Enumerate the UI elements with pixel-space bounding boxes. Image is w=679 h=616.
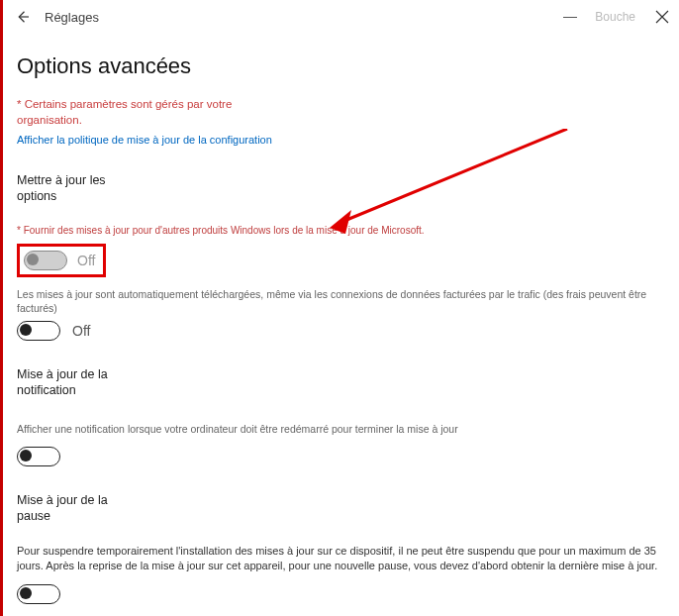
section-heading-notification: Mise à jour de la notification [17, 366, 136, 399]
close-icon [655, 10, 669, 24]
toggle-other-products[interactable] [24, 251, 67, 270]
pause-desc: Pour suspendre temporairement l'installa… [17, 544, 665, 574]
notification-desc: Afficher une notification lorsque votre … [17, 422, 665, 436]
metered-connection-desc: Les mises à jour sont automatiquement té… [17, 287, 665, 315]
titlebar: Réglages Bouche [3, 0, 679, 34]
toggle-pause[interactable] [17, 584, 60, 604]
toggle-other-products-label: Off [77, 253, 95, 268]
arrow-left-icon [14, 8, 32, 26]
close-button[interactable] [653, 8, 671, 26]
section-heading-pause: Mise à jour de la pause [17, 492, 136, 525]
page-title: Options avancées [17, 42, 665, 97]
toggle-notification[interactable] [17, 447, 60, 466]
toggle-metered[interactable] [17, 321, 60, 341]
toggle-metered-label: Off [72, 323, 90, 339]
highlighted-toggle-container: Off [17, 244, 106, 277]
policy-link[interactable]: Afficher la politique de mise à jour de … [17, 134, 272, 146]
titlebar-dim-text: Bouche [595, 10, 635, 24]
update-other-products-note: * Fournir des mises à jour pour d'autres… [17, 225, 665, 236]
managed-by-org-note: * Certains paramètres sont gérés par vot… [17, 97, 274, 128]
titlebar-title: Réglages [45, 10, 99, 25]
back-button[interactable] [11, 5, 35, 29]
section-heading-update-options: Mettre à jour les options [17, 172, 136, 205]
minimize-button[interactable] [563, 17, 577, 18]
